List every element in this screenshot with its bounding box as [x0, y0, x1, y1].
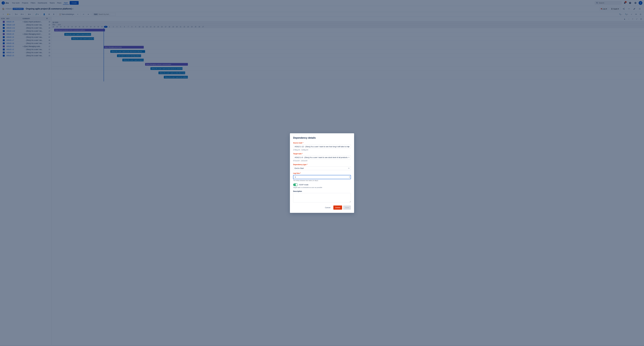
dep-required-indicator: *	[307, 164, 308, 166]
dependency-type-select[interactable]: End to Start	[293, 166, 351, 170]
target-task-date: 07/Jun/24 - 13/Jun/24	[293, 160, 351, 162]
delete-button[interactable]: Delete	[333, 206, 342, 210]
modal-title: Dependency details	[293, 136, 351, 139]
source-required-indicator: *	[302, 142, 303, 144]
description-label: Description	[293, 190, 351, 192]
lag-time-group: Lag time * ▲ ▼ The delay between two tas…	[293, 172, 351, 181]
asap-toggle[interactable]	[293, 184, 298, 186]
lag-required-indicator: *	[300, 172, 301, 174]
toggle-knob	[296, 184, 298, 186]
source-task-label: Source task *	[293, 142, 351, 144]
lag-time-input[interactable]	[293, 175, 351, 179]
dependency-type-label: Dependency type *	[293, 164, 351, 166]
target-required-indicator: *	[302, 153, 302, 155]
lag-time-increment[interactable]: ▲	[348, 176, 350, 177]
target-task-label: Target task *	[293, 153, 351, 155]
source-task-group: Source task * AGILE-1-12 - (Story) As a …	[293, 142, 351, 151]
description-group: Description	[293, 190, 351, 203]
dependency-type-select-wrapper: End to Start	[293, 166, 351, 170]
source-task-select[interactable]: AGILE-1-12 - (Story) As a user I want to…	[293, 145, 351, 148]
target-task-group: Target task * AGILE-1-6 - (Story) As a u…	[293, 153, 351, 162]
description-textarea[interactable]	[293, 193, 351, 202]
source-task-select-wrapper: AGILE-1-12 - (Story) As a user I want to…	[293, 145, 351, 148]
save-button[interactable]: Save	[343, 206, 351, 210]
asap-description: Target task is scheduled as soon as poss…	[293, 187, 351, 188]
source-task-date: 27/May/24 - 31/May/24	[293, 149, 351, 151]
dependency-type-group: Dependency type * End to Start	[293, 164, 351, 170]
modal-overlay: Dependency details Source task * AGILE-1…	[0, 0, 644, 345]
modal-footer: Cancel Delete Save	[293, 206, 351, 210]
asap-toggle-area: ASAP mode	[293, 184, 351, 186]
lag-time-decrement[interactable]: ▼	[348, 177, 350, 178]
lag-time-input-wrapper: ▲ ▼	[293, 175, 351, 179]
asap-group: ASAP mode Target task is scheduled as so…	[293, 184, 351, 188]
lag-time-label: Lag time *	[293, 172, 351, 174]
lag-time-spinner: ▲ ▼	[348, 176, 350, 178]
target-task-select[interactable]: AGILE-1-6 - (Story) As a user I want to …	[293, 156, 351, 159]
dependency-modal: Dependency details Source task * AGILE-1…	[290, 133, 354, 213]
target-task-select-wrapper: AGILE-1-6 - (Story) As a user I want to …	[293, 156, 351, 159]
lag-time-hint: The delay between two tasks (in days)	[293, 180, 351, 181]
cancel-button[interactable]: Cancel	[323, 206, 332, 210]
asap-label: ASAP mode	[299, 184, 308, 186]
